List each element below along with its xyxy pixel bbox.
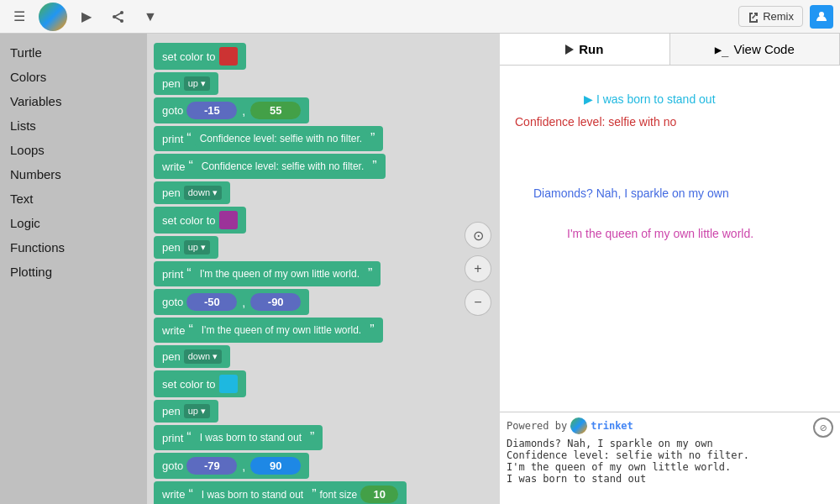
pen-label-1: pen [162,77,181,90]
write-block-3[interactable]: write “ I was born to stand out ” font s… [154,481,407,504]
block-set-color-3: set color to [154,370,500,397]
console-line-1: Diamonds? Nah, I sparkle on my own [507,438,833,449]
print-string-2: I'm the queen of my own little world. [195,265,365,282]
sidebar-item-variables[interactable]: Variables [0,89,147,113]
svg-line-4 [114,17,122,21]
print-block-1[interactable]: print “ Confidence level: selfie with no… [154,126,383,151]
print-block-3[interactable]: print “ I was born to stand out ” [154,425,323,450]
pen-direction-3[interactable]: up ▾ [184,240,210,255]
sidebar-item-loops[interactable]: Loops [0,138,147,162]
goto-y-1[interactable] [250,102,301,119]
sidebar-item-functions[interactable]: Functions [0,235,147,260]
set-color-block-2[interactable]: set color to [154,207,246,234]
write-string-3: I was born to stand out [197,486,308,503]
font-size-input[interactable] [360,486,398,503]
pen-direction-1[interactable]: up ▾ [184,76,210,91]
block-write-2: write “ I'm the queen of my own little w… [154,318,500,343]
run-tab[interactable]: Run [500,34,670,65]
block-goto-2: goto , [154,289,500,315]
block-pen-up-2: pen up ▾ [154,236,500,259]
write-string-2: I'm the queen of my own little world. [197,322,366,339]
pen-direction-4[interactable]: down ▾ [184,349,222,364]
console-line-3: I'm the queen of my own little world. [507,461,833,473]
print-label-2: print [162,268,183,281]
block-set-color-1: set color to [154,43,500,70]
print-string-1: Confidence level: selfie with no filter. [195,130,367,147]
pen-direction-2[interactable]: down ▾ [184,186,222,200]
play-button[interactable]: ▶ [74,4,99,29]
output-tabs: Run ▶_ View Code [500,34,840,66]
output-line-2: Confidence level: selfie with no [515,115,676,129]
goto-x-2[interactable] [186,293,237,311]
set-color-label-1: set color to [162,50,216,63]
block-goto-1: goto , [154,97,500,123]
scroll-target-btn[interactable]: ⊙ [465,222,491,249]
console: Powered by trinket ⊘ Diamonds? Nah, I sp… [500,412,840,504]
sidebar-item-lists[interactable]: Lists [0,113,147,138]
sidebar-item-turtle[interactable]: Turtle [0,40,147,65]
set-color-block-1[interactable]: set color to [154,43,246,70]
block-write-3: write “ I was born to stand out ” font s… [154,481,500,504]
goto-block-3[interactable]: goto , [154,453,309,479]
print-label-3: print [162,432,183,444]
color-swatch-3[interactable] [219,375,238,393]
trinket-label: trinket [591,420,633,432]
goto-block-2[interactable]: goto , [154,289,309,315]
set-color-label-3: set color to [162,378,216,391]
app-logo [39,3,67,31]
goto-label-2: goto [162,296,183,308]
console-no-symbol[interactable]: ⊘ [813,417,833,438]
output-line-4: I'm the queen of my own little world. [567,227,753,240]
scroll-plus-btn[interactable]: + [465,255,491,282]
scroll-controls: ⊙ + − [465,222,491,316]
block-print-3: print “ I was born to stand out ” [154,425,500,450]
powered-by-text: Powered by [507,420,567,432]
goto-x-1[interactable] [186,102,237,119]
sidebar-item-logic[interactable]: Logic [0,211,147,235]
output-canvas: ▶ I was born to stand out Confidence lev… [500,66,840,412]
svg-line-3 [114,13,122,17]
console-line-2: Confidence level: selfie with no filter. [507,449,833,461]
output-panel: Run ▶_ View Code ▶ I was born to stand o… [500,34,840,504]
goto-y-3[interactable] [250,457,301,475]
goto-y-2[interactable] [250,293,301,311]
view-code-label: View Code [734,42,795,56]
pen-up-block-2[interactable]: pen up ▾ [154,236,218,259]
block-pen-up-3: pen up ▾ [154,400,500,423]
remix-label: Remix [763,10,794,23]
pen-up-block-1[interactable]: pen up ▾ [154,72,218,95]
menu-button[interactable]: ☰ [7,4,32,29]
block-pen-down-2: pen down ▾ [154,345,500,368]
goto-block-1[interactable]: goto , [154,97,309,123]
write-block-1[interactable]: write “ Confidence level: selfie with no… [154,154,386,179]
scroll-minus-btn[interactable]: − [465,289,491,316]
goto-x-3[interactable] [186,457,237,475]
dropdown-button[interactable]: ▼ [138,4,163,29]
pen-up-block-3[interactable]: pen up ▾ [154,400,218,423]
pen-direction-5[interactable]: up ▾ [184,404,210,418]
code-icon: ▶_ [715,43,729,56]
print-label-1: print [162,133,183,145]
pen-down-block-2[interactable]: pen down ▾ [154,345,230,368]
user-button[interactable] [810,5,833,29]
sidebar-item-colors[interactable]: Colors [0,65,147,89]
print-block-2[interactable]: print “ I'm the queen of my own little w… [154,261,381,286]
color-swatch-2[interactable] [219,211,238,229]
write-label-2: write [162,324,185,337]
view-code-tab[interactable]: ▶_ View Code [670,34,841,65]
sidebar-item-numbers[interactable]: Numbers [0,162,147,186]
pen-down-block-1[interactable]: pen down ▾ [154,181,230,204]
sidebar-item-text[interactable]: Text [0,186,147,211]
remix-button[interactable]: Remix [738,6,803,27]
output-line-1: ▶ I was born to stand out [584,92,716,106]
set-color-block-3[interactable]: set color to [154,370,246,397]
color-swatch-1[interactable] [219,47,238,66]
block-print-1: print “ Confidence level: selfie with no… [154,126,500,151]
pen-label-4: pen [162,350,181,363]
sidebar-item-plotting[interactable]: Plotting [0,260,147,284]
share-button[interactable] [106,4,131,29]
play-icon [565,45,574,55]
block-write-1: write “ Confidence level: selfie with no… [154,154,500,179]
main-area: Turtle Colors Variables Lists Loops Numb… [0,34,840,504]
write-block-2[interactable]: write “ I'm the queen of my own little w… [154,318,383,343]
